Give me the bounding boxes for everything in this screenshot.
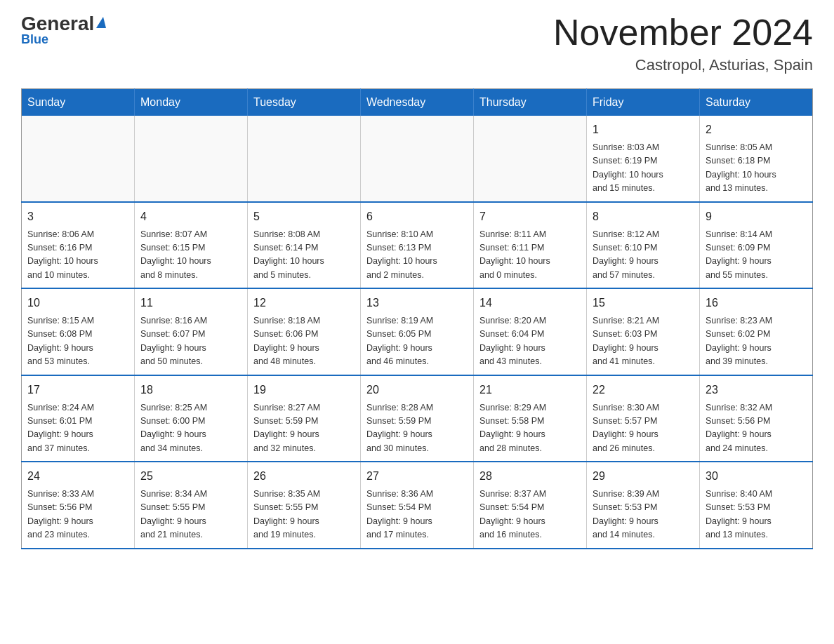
- day-number: 10: [27, 295, 128, 311]
- day-number: 5: [253, 208, 355, 225]
- day-info: Sunrise: 8:32 AM Sunset: 5:56 PM Dayligh…: [706, 401, 807, 456]
- day-number: 7: [479, 208, 581, 225]
- day-info: Sunrise: 8:29 AM Sunset: 5:58 PM Dayligh…: [479, 401, 581, 456]
- day-number: 15: [593, 295, 694, 311]
- calendar-cell: 7Sunrise: 8:11 AM Sunset: 6:11 PM Daylig…: [474, 202, 587, 289]
- location-text: Castropol, Asturias, Spain: [553, 56, 813, 74]
- day-info: Sunrise: 8:37 AM Sunset: 5:54 PM Dayligh…: [479, 488, 581, 542]
- day-number: 24: [27, 468, 128, 485]
- day-info: Sunrise: 8:34 AM Sunset: 5:55 PM Dayligh…: [140, 488, 241, 542]
- calendar-cell: 16Sunrise: 8:23 AM Sunset: 6:02 PM Dayli…: [700, 288, 813, 375]
- day-info: Sunrise: 8:07 AM Sunset: 6:15 PM Dayligh…: [140, 228, 241, 283]
- day-number: 17: [27, 382, 128, 398]
- day-info: Sunrise: 8:18 AM Sunset: 6:06 PM Dayligh…: [253, 314, 355, 369]
- calendar-cell: 10Sunrise: 8:15 AM Sunset: 6:08 PM Dayli…: [22, 288, 135, 375]
- day-info: Sunrise: 8:06 AM Sunset: 6:16 PM Dayligh…: [27, 228, 128, 283]
- calendar-cell: 21Sunrise: 8:29 AM Sunset: 5:58 PM Dayli…: [474, 375, 587, 462]
- calendar-cell: 2Sunrise: 8:05 AM Sunset: 6:18 PM Daylig…: [700, 116, 813, 202]
- calendar-cell: 24Sunrise: 8:33 AM Sunset: 5:56 PM Dayli…: [22, 462, 135, 549]
- calendar-cell: [22, 116, 135, 202]
- calendar-cell: 14Sunrise: 8:20 AM Sunset: 6:04 PM Dayli…: [474, 288, 587, 375]
- calendar-cell: 17Sunrise: 8:24 AM Sunset: 6:01 PM Dayli…: [22, 375, 135, 462]
- calendar-cell: 9Sunrise: 8:14 AM Sunset: 6:09 PM Daylig…: [700, 202, 813, 289]
- calendar-cell: 4Sunrise: 8:07 AM Sunset: 6:15 PM Daylig…: [135, 202, 248, 289]
- day-number: 28: [479, 468, 581, 485]
- day-header-thursday: Thursday: [474, 89, 587, 116]
- day-info: Sunrise: 8:14 AM Sunset: 6:09 PM Dayligh…: [706, 228, 807, 283]
- calendar-table: SundayMondayTuesdayWednesdayThursdayFrid…: [21, 88, 813, 549]
- calendar-cell: 13Sunrise: 8:19 AM Sunset: 6:05 PM Dayli…: [361, 288, 474, 375]
- calendar-cell: 23Sunrise: 8:32 AM Sunset: 5:56 PM Dayli…: [700, 375, 813, 462]
- week-row-5: 24Sunrise: 8:33 AM Sunset: 5:56 PM Dayli…: [22, 462, 813, 549]
- calendar-cell: 19Sunrise: 8:27 AM Sunset: 5:59 PM Dayli…: [248, 375, 361, 462]
- calendar-cell: [474, 116, 587, 202]
- month-title: November 2024: [553, 14, 813, 51]
- day-info: Sunrise: 8:25 AM Sunset: 6:00 PM Dayligh…: [140, 401, 241, 456]
- day-info: Sunrise: 8:27 AM Sunset: 5:59 PM Dayligh…: [253, 401, 355, 456]
- calendar-cell: 22Sunrise: 8:30 AM Sunset: 5:57 PM Dayli…: [587, 375, 700, 462]
- day-number: 23: [706, 382, 807, 398]
- logo: General Blue: [21, 14, 106, 47]
- logo-general: General: [21, 14, 94, 34]
- day-number: 4: [140, 208, 241, 225]
- calendar-cell: 18Sunrise: 8:25 AM Sunset: 6:00 PM Dayli…: [135, 375, 248, 462]
- day-number: 9: [706, 208, 807, 225]
- day-number: 3: [27, 208, 128, 225]
- calendar-cell: 30Sunrise: 8:40 AM Sunset: 5:53 PM Dayli…: [700, 462, 813, 549]
- day-number: 30: [706, 468, 807, 485]
- day-number: 12: [253, 295, 355, 311]
- day-info: Sunrise: 8:28 AM Sunset: 5:59 PM Dayligh…: [366, 401, 468, 456]
- calendar-cell: 12Sunrise: 8:18 AM Sunset: 6:06 PM Dayli…: [248, 288, 361, 375]
- calendar-cell: 20Sunrise: 8:28 AM Sunset: 5:59 PM Dayli…: [361, 375, 474, 462]
- day-number: 14: [479, 295, 581, 311]
- day-info: Sunrise: 8:12 AM Sunset: 6:10 PM Dayligh…: [593, 228, 694, 283]
- day-number: 21: [479, 382, 581, 398]
- day-header-friday: Friday: [587, 89, 700, 116]
- day-number: 22: [593, 382, 694, 398]
- day-info: Sunrise: 8:16 AM Sunset: 6:07 PM Dayligh…: [140, 314, 241, 369]
- day-header-wednesday: Wednesday: [361, 89, 474, 116]
- calendar-cell: 3Sunrise: 8:06 AM Sunset: 6:16 PM Daylig…: [22, 202, 135, 289]
- day-info: Sunrise: 8:08 AM Sunset: 6:14 PM Dayligh…: [253, 228, 355, 283]
- day-info: Sunrise: 8:23 AM Sunset: 6:02 PM Dayligh…: [706, 314, 807, 369]
- day-info: Sunrise: 8:05 AM Sunset: 6:18 PM Dayligh…: [706, 141, 807, 196]
- page-header: General Blue November 2024 Castropol, As…: [21, 14, 813, 74]
- calendar-header-row: SundayMondayTuesdayWednesdayThursdayFrid…: [22, 89, 813, 116]
- calendar-cell: 6Sunrise: 8:10 AM Sunset: 6:13 PM Daylig…: [361, 202, 474, 289]
- week-row-4: 17Sunrise: 8:24 AM Sunset: 6:01 PM Dayli…: [22, 375, 813, 462]
- day-number: 18: [140, 382, 241, 398]
- day-number: 8: [593, 208, 694, 225]
- day-info: Sunrise: 8:33 AM Sunset: 5:56 PM Dayligh…: [27, 488, 128, 542]
- calendar-cell: 5Sunrise: 8:08 AM Sunset: 6:14 PM Daylig…: [248, 202, 361, 289]
- day-number: 29: [593, 468, 694, 485]
- day-number: 16: [706, 295, 807, 311]
- day-info: Sunrise: 8:39 AM Sunset: 5:53 PM Dayligh…: [593, 488, 694, 542]
- day-info: Sunrise: 8:24 AM Sunset: 6:01 PM Dayligh…: [27, 401, 128, 456]
- day-number: 19: [253, 382, 355, 398]
- calendar-cell: 28Sunrise: 8:37 AM Sunset: 5:54 PM Dayli…: [474, 462, 587, 549]
- calendar-cell: 25Sunrise: 8:34 AM Sunset: 5:55 PM Dayli…: [135, 462, 248, 549]
- day-header-sunday: Sunday: [22, 89, 135, 116]
- day-info: Sunrise: 8:36 AM Sunset: 5:54 PM Dayligh…: [366, 488, 468, 542]
- calendar-cell: 27Sunrise: 8:36 AM Sunset: 5:54 PM Dayli…: [361, 462, 474, 549]
- day-header-monday: Monday: [135, 89, 248, 116]
- day-number: 20: [366, 382, 468, 398]
- calendar-cell: 1Sunrise: 8:03 AM Sunset: 6:19 PM Daylig…: [587, 116, 700, 202]
- day-info: Sunrise: 8:20 AM Sunset: 6:04 PM Dayligh…: [479, 314, 581, 369]
- day-info: Sunrise: 8:35 AM Sunset: 5:55 PM Dayligh…: [253, 488, 355, 542]
- day-info: Sunrise: 8:21 AM Sunset: 6:03 PM Dayligh…: [593, 314, 694, 369]
- week-row-3: 10Sunrise: 8:15 AM Sunset: 6:08 PM Dayli…: [22, 288, 813, 375]
- day-header-saturday: Saturday: [700, 89, 813, 116]
- day-info: Sunrise: 8:19 AM Sunset: 6:05 PM Dayligh…: [366, 314, 468, 369]
- day-header-tuesday: Tuesday: [248, 89, 361, 116]
- day-number: 11: [140, 295, 241, 311]
- calendar-cell: 26Sunrise: 8:35 AM Sunset: 5:55 PM Dayli…: [248, 462, 361, 549]
- day-number: 26: [253, 468, 355, 485]
- logo-blue-text: Blue: [21, 32, 48, 47]
- calendar-cell: [135, 116, 248, 202]
- day-info: Sunrise: 8:40 AM Sunset: 5:53 PM Dayligh…: [706, 488, 807, 542]
- calendar-cell: 15Sunrise: 8:21 AM Sunset: 6:03 PM Dayli…: [587, 288, 700, 375]
- day-number: 6: [366, 208, 468, 225]
- day-info: Sunrise: 8:30 AM Sunset: 5:57 PM Dayligh…: [593, 401, 694, 456]
- week-row-2: 3Sunrise: 8:06 AM Sunset: 6:16 PM Daylig…: [22, 202, 813, 289]
